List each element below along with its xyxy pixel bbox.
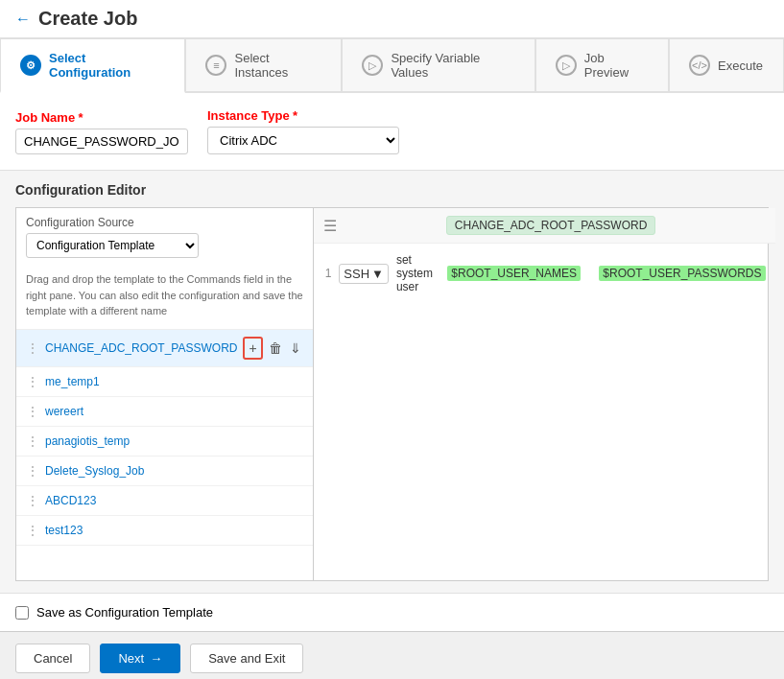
menu-icon: ☰ (323, 217, 337, 235)
cancel-button[interactable]: Cancel (15, 644, 90, 673)
back-button[interactable]: ← (15, 11, 31, 28)
drag-handle-icon: ⋮ (26, 523, 39, 538)
save-template-row: Save as Configuration Template (0, 593, 784, 631)
tab-specify-vars[interactable]: ▷ Specify Variable Values (342, 38, 535, 91)
cmd-badge: CHANGE_ADC_ROOT_PASSWORD (446, 216, 655, 235)
steps-bar: ⚙ Select Configuration ≡ Select Instance… (0, 38, 784, 93)
template-item[interactable]: ⋮ CHANGE_ADC_ROOT_PASSWORD + 🗑 ⇓ (16, 330, 313, 367)
template-item[interactable]: ⋮ wereert (16, 397, 313, 427)
line-number: 1 (323, 267, 332, 280)
drag-handle-icon: ⋮ (26, 463, 39, 479)
template-item[interactable]: ⋮ Delete_Syslog_Job (16, 457, 313, 486)
ssh-dropdown[interactable]: SSH ▼ (339, 264, 389, 284)
next-label: Next (118, 651, 144, 666)
template-item-name: CHANGE_ADC_ROOT_PASSWORD (45, 341, 237, 355)
template-item[interactable]: ⋮ ABCD123 (16, 486, 313, 516)
tab-execute[interactable]: </> Execute (669, 38, 784, 91)
page-header: ← Create Job (0, 0, 784, 38)
ssh-label: SSH (344, 267, 369, 281)
tab-select-instances-label: Select Instances (234, 51, 321, 80)
var-tag-1: $ROOT_USER_NAMES (447, 266, 581, 281)
tab-select-instances[interactable]: ≡ Select Instances (185, 38, 342, 91)
instance-type-field: Instance Type * Citrix ADC (207, 108, 399, 154)
save-template-checkbox[interactable] (15, 606, 29, 620)
chevron-down-icon: ▼ (371, 267, 384, 281)
template-item-name: panagiotis_temp (45, 434, 303, 448)
command-line: 1 SSH ▼ set system user $ROOT_USER_NAMES… (323, 253, 766, 293)
template-item-name: test123 (45, 524, 303, 537)
command-text: set system user (396, 253, 440, 293)
tab-select-configuration[interactable]: ⚙ Select Configuration (0, 38, 185, 93)
instance-type-select[interactable]: Citrix ADC (207, 127, 399, 154)
template-item-name: Delete_Syslog_Job (45, 464, 303, 478)
drag-hint: Drag and drop the template to the Comman… (16, 266, 313, 330)
save-exit-button[interactable]: Save and Exit (190, 644, 303, 673)
job-preview-icon: ▷ (556, 55, 577, 76)
template-item-name: me_temp1 (45, 375, 303, 388)
job-name-field: Job Name * (15, 110, 188, 154)
right-panel-body: 1 SSH ▼ set system user $ROOT_USER_NAMES… (314, 244, 775, 580)
footer: Cancel Next → Save and Exit (0, 631, 784, 679)
execute-icon: </> (689, 55, 710, 76)
instance-type-label: Instance Type * (207, 108, 399, 123)
specify-vars-icon: ▷ (362, 55, 383, 76)
select-config-icon: ⚙ (20, 55, 41, 76)
tab-job-preview[interactable]: ▷ Job Preview (535, 38, 669, 91)
template-item[interactable]: ⋮ test123 (16, 516, 313, 546)
add-template-button[interactable]: + (243, 337, 262, 360)
page-title: Create Job (38, 8, 137, 30)
tab-job-preview-label: Job Preview (584, 51, 649, 80)
right-panel: ☰ CHANGE_ADC_ROOT_PASSWORD 1 SSH ▼ set s… (314, 208, 775, 580)
tab-execute-label: Execute (718, 59, 763, 73)
var-tag-2: $ROOT_USER_PASSWORDS (599, 266, 765, 281)
left-panel: Configuration Source Configuration Templ… (16, 208, 314, 580)
source-label: Configuration Source (26, 216, 303, 229)
config-editor-section: Configuration Editor Configuration Sourc… (0, 171, 784, 593)
cmd-space (588, 267, 591, 280)
job-name-input[interactable] (15, 129, 188, 154)
left-panel-header: Configuration Source Configuration Templ… (16, 208, 313, 266)
next-arrow-icon: → (150, 651, 162, 666)
template-item[interactable]: ⋮ panagiotis_temp (16, 427, 313, 457)
drag-handle-icon: ⋮ (26, 433, 39, 449)
next-button[interactable]: Next → (100, 644, 180, 673)
drag-handle-icon: ⋮ (26, 340, 39, 356)
form-area: Job Name * Instance Type * Citrix ADC (0, 93, 784, 171)
drag-handle-icon: ⋮ (26, 493, 39, 508)
source-select[interactable]: Configuration Template (26, 233, 199, 258)
delete-template-button[interactable]: 🗑 (267, 337, 284, 360)
save-template-label[interactable]: Save as Configuration Template (36, 605, 213, 620)
template-item-name: wereert (45, 405, 303, 418)
item-actions: + 🗑 ⇓ (243, 337, 302, 360)
template-list: ⋮ CHANGE_ADC_ROOT_PASSWORD + 🗑 ⇓ ⋮ me_te… (16, 330, 313, 581)
config-editor-title: Configuration Editor (15, 182, 769, 198)
select-instances-icon: ≡ (205, 55, 226, 76)
template-item[interactable]: ⋮ me_temp1 (16, 367, 313, 397)
download-template-button[interactable]: ⇓ (288, 337, 303, 360)
drag-handle-icon: ⋮ (26, 374, 39, 389)
config-editor-body: Configuration Source Configuration Templ… (15, 207, 769, 581)
tab-select-config-label: Select Configuration (49, 51, 165, 80)
drag-handle-icon: ⋮ (26, 404, 39, 419)
right-panel-header: ☰ CHANGE_ADC_ROOT_PASSWORD (314, 208, 775, 244)
job-name-label: Job Name * (15, 110, 188, 125)
page-container: ← Create Job ⚙ Select Configuration ≡ Se… (0, 0, 784, 679)
tab-specify-vars-label: Specify Variable Values (391, 51, 514, 80)
template-item-name: ABCD123 (45, 494, 303, 507)
